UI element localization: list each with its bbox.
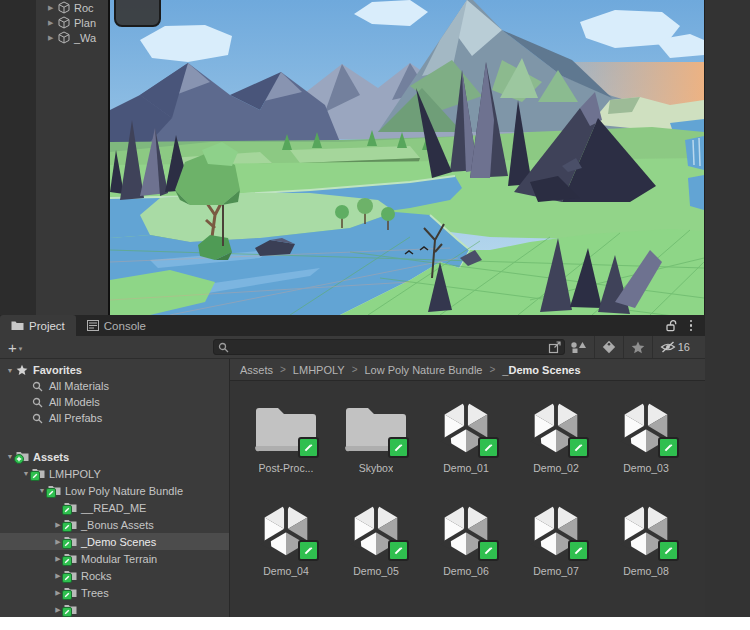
tree-row-label: Trees (81, 587, 109, 599)
tree-row-rocks[interactable]: ▶Rocks (0, 567, 229, 584)
eye-slash-icon (660, 341, 676, 353)
folder-icon (344, 395, 408, 459)
breadcrumb-segment[interactable]: Low Poly Nature Bundle (364, 364, 482, 376)
tree-row-label: All Prefabs (49, 412, 102, 424)
tree-row-label: All Models (49, 396, 100, 408)
tree-row-favorites[interactable]: ▼Favorites (0, 362, 229, 378)
gameobject-cube-icon (58, 1, 71, 14)
tree-row-label: __READ_ME (81, 502, 146, 514)
page-background (0, 617, 750, 630)
tree-row-modular-terrain[interactable]: ▶Modular Terrain (0, 550, 229, 567)
breadcrumb-segment[interactable]: LMHPOLY (293, 364, 345, 376)
hierarchy-row[interactable]: ▶_Wa (36, 30, 108, 45)
expander-arrow[interactable]: ▶ (48, 19, 58, 27)
search-icon (32, 397, 48, 408)
vc-edited-badge (62, 539, 72, 549)
unity-scene-icon (434, 498, 498, 562)
folder-icon (16, 451, 32, 462)
expander-arrow[interactable]: ▶ (48, 4, 58, 12)
chevron-down-icon: ▾ (19, 345, 23, 353)
search-by-label-button[interactable] (594, 336, 623, 358)
asset-scene-item[interactable]: Demo_08 (604, 498, 688, 577)
tree-row-saved-search[interactable]: All Prefabs (0, 410, 229, 426)
vc-edited-badge (62, 590, 72, 600)
console-icon (87, 320, 99, 331)
scene-view[interactable] (110, 0, 704, 315)
tag-icon (602, 340, 616, 354)
breadcrumb-separator: > (489, 364, 495, 375)
vc-edited-badge (658, 437, 679, 458)
vc-edited-badge (62, 573, 72, 583)
tree-row-label: Assets (33, 451, 69, 463)
tree-row--read-me[interactable]: __READ_ME (0, 499, 229, 516)
tree-row--demo-scenes[interactable]: ▶_Demo Scenes (0, 533, 229, 550)
folder-icon (64, 502, 80, 513)
tree-row-label: LMHPOLY (49, 468, 101, 480)
view-tool-button[interactable] (114, 0, 161, 27)
hierarchy-panel: ▶Roc▶Plan▶_Wa (36, 0, 108, 315)
asset-label: Skybox (359, 462, 393, 474)
breadcrumb-segment[interactable]: _Demo Scenes (502, 364, 580, 376)
asset-scene-item[interactable]: Demo_07 (514, 498, 598, 577)
unity-scene-icon (614, 498, 678, 562)
tab-project-label: Project (29, 320, 65, 332)
vc-edited-badge (62, 522, 72, 532)
plus-icon: + (8, 340, 17, 355)
expander-arrow[interactable]: ▼ (4, 367, 16, 374)
tree-row-label: All Materials (49, 380, 109, 392)
hierarchy-row[interactable]: ▶Roc (36, 0, 108, 15)
asset-label: Demo_01 (443, 462, 489, 474)
asset-label: Demo_04 (263, 565, 309, 577)
star-icon (16, 364, 32, 376)
vc-edited-badge (62, 556, 72, 566)
unity-scene-icon (524, 395, 588, 459)
unity-scene-icon (614, 395, 678, 459)
partially-visible-row[interactable]: ▶ (0, 601, 229, 617)
editor-background (704, 0, 750, 617)
panel-menu-icon[interactable] (690, 320, 693, 332)
folder-icon (64, 604, 80, 615)
asset-folder-item[interactable]: Skybox (334, 395, 418, 474)
tree-row-low-poly-nature-bundle[interactable]: ▼Low Poly Nature Bundle (0, 482, 229, 499)
tree-row-assets[interactable]: ▼Assets (0, 448, 229, 465)
tree-row-label: _Bonus Assets (81, 519, 154, 531)
open-search-window-icon[interactable] (548, 340, 562, 354)
vc-edited-badge (388, 540, 409, 561)
asset-scene-item[interactable]: Demo_01 (424, 395, 508, 474)
star-icon (631, 341, 645, 354)
asset-scene-item[interactable]: Demo_05 (334, 498, 418, 577)
asset-scene-item[interactable]: Demo_04 (244, 498, 328, 577)
scene-render (110, 0, 704, 315)
asset-label: Post-Proc... (259, 462, 314, 474)
asset-scene-item[interactable]: Demo_06 (424, 498, 508, 577)
tree-row-label: _Demo Scenes (81, 536, 156, 548)
tab-console[interactable]: Console (76, 315, 157, 336)
tree-row-saved-search[interactable]: All Materials (0, 378, 229, 394)
tree-row-lmhpoly[interactable]: ▼LMHPOLY (0, 465, 229, 482)
vc-edited-badge (658, 540, 679, 561)
asset-scene-item[interactable]: Demo_03 (604, 395, 688, 474)
favorites-filter-button[interactable] (623, 336, 652, 358)
project-toolbar: + ▾ (0, 336, 705, 359)
tree-row--bonus-assets[interactable]: ▶_Bonus Assets (0, 516, 229, 533)
search-field[interactable] (213, 339, 565, 355)
tree-row-trees[interactable]: ▶Trees (0, 584, 229, 601)
create-asset-button[interactable]: + ▾ (8, 340, 22, 355)
asset-label: Demo_03 (623, 462, 669, 474)
asset-label: Demo_05 (353, 565, 399, 577)
asset-scene-item[interactable]: Demo_02 (514, 395, 598, 474)
search-by-type-button[interactable] (563, 336, 594, 358)
breadcrumb-segment[interactable]: Assets (240, 364, 273, 376)
folder-tree: ▼FavoritesAll MaterialsAll ModelsAll Pre… (0, 359, 229, 617)
expander-arrow[interactable]: ▶ (48, 34, 58, 42)
asset-folder-item[interactable]: Post-Proc... (244, 395, 328, 474)
tab-project[interactable]: Project (0, 315, 76, 336)
unlock-icon[interactable] (665, 319, 677, 332)
shapes-icon (570, 341, 587, 354)
search-input[interactable] (229, 340, 548, 354)
hierarchy-row[interactable]: ▶Plan (36, 15, 108, 30)
search-icon (32, 413, 48, 424)
tree-row-saved-search[interactable]: All Models (0, 394, 229, 410)
folder-icon (64, 536, 80, 547)
hidden-items-button[interactable]: 16 (652, 336, 697, 358)
